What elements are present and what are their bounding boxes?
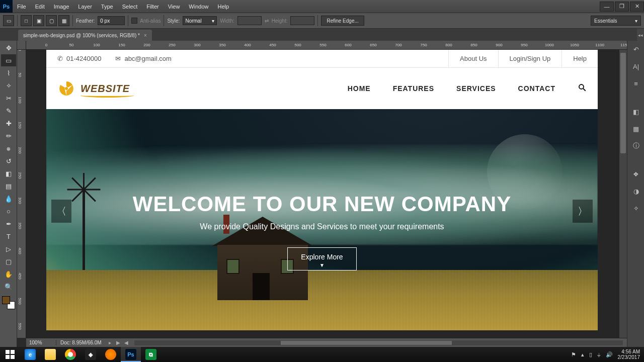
blur-tool-icon[interactable]: 💧 bbox=[1, 193, 16, 205]
clone-stamp-tool-icon[interactable]: ⎈ bbox=[1, 142, 16, 154]
taskbar-ie[interactable]: e bbox=[20, 347, 40, 362]
menu-image[interactable]: Image bbox=[49, 4, 74, 10]
eyedropper-tool-icon[interactable]: ✎ bbox=[1, 105, 16, 117]
hero-cta-button[interactable]: Explore More▼ bbox=[287, 247, 356, 270]
tool-preset-icon[interactable]: ▭ bbox=[3, 15, 14, 26]
tray-flag-icon[interactable]: ⚑ bbox=[571, 351, 576, 358]
move-tool-icon[interactable]: ✥ bbox=[1, 42, 16, 54]
document-tab[interactable]: simple-web-design.psd @ 100% (services, … bbox=[18, 30, 152, 41]
zoom-level[interactable]: 100% bbox=[26, 340, 56, 345]
menu-type[interactable]: Type bbox=[97, 4, 118, 10]
horizontal-scrollbar[interactable] bbox=[134, 340, 623, 345]
info-arrow-icon[interactable]: ▸ bbox=[106, 340, 114, 345]
minimize-button[interactable]: — bbox=[600, 2, 614, 12]
canvas-viewport[interactable]: ✆01-4240000 ✉abc@gmail.com About Us Logi… bbox=[26, 50, 627, 338]
hero-title: WELCOME TO OUR NEW COMPANY bbox=[46, 192, 598, 216]
history-brush-tool-icon[interactable]: ↺ bbox=[1, 155, 16, 167]
close-tab-icon[interactable]: × bbox=[144, 33, 147, 38]
menu-layer[interactable]: Layer bbox=[73, 4, 97, 10]
zoom-tool-icon[interactable]: 🔍 bbox=[1, 281, 16, 293]
healing-brush-tool-icon[interactable]: ✚ bbox=[1, 117, 16, 129]
dodge-tool-icon[interactable]: ○ bbox=[1, 205, 16, 217]
info-panel-icon[interactable]: ⓘ bbox=[628, 139, 643, 152]
refine-edge-button[interactable]: Refine Edge... bbox=[321, 16, 364, 26]
doc-info[interactable]: Doc: 8.95M/66.0M bbox=[56, 340, 106, 345]
pen-tool-icon[interactable]: ✒ bbox=[1, 218, 16, 230]
shape-tool-icon[interactable]: ▢ bbox=[1, 255, 16, 267]
add-selection-icon[interactable]: ▣ bbox=[33, 15, 44, 26]
taskbar-clock[interactable]: 4:56 AM 2/23/2017 bbox=[618, 349, 640, 360]
taskbar-store[interactable]: ⧉ bbox=[141, 347, 161, 362]
nav-features[interactable]: FEATURES bbox=[393, 84, 434, 93]
workspace-select[interactable]: Essentials▾ bbox=[591, 16, 641, 26]
menu-filter[interactable]: Filter bbox=[142, 4, 163, 10]
horizontal-ruler[interactable]: 0501001502002503003504004505005506006507… bbox=[26, 41, 627, 50]
character-panel-icon[interactable]: A| bbox=[628, 60, 643, 73]
channels-panel-icon[interactable]: ◑ bbox=[628, 185, 643, 198]
nav-home[interactable]: HOME bbox=[348, 84, 371, 93]
crop-tool-icon[interactable]: ✂ bbox=[1, 92, 16, 104]
gradient-tool-icon[interactable]: ▤ bbox=[1, 180, 16, 192]
magic-wand-tool-icon[interactable]: ✧ bbox=[1, 79, 16, 92]
close-button[interactable]: ✕ bbox=[630, 2, 644, 12]
feather-input[interactable] bbox=[98, 16, 125, 25]
system-tray: ⚑ ▴ ▯ ⏚ 🔊 4:56 AM 2/23/2017 bbox=[571, 349, 645, 360]
tray-battery-icon[interactable]: ▯ bbox=[589, 351, 592, 358]
panel-collapse-icon[interactable]: ◂◂ bbox=[637, 29, 644, 42]
menu-help[interactable]: Help bbox=[213, 4, 233, 10]
paths-panel-icon[interactable]: ⟡ bbox=[628, 202, 643, 215]
subtract-selection-icon[interactable]: ▢ bbox=[46, 15, 57, 26]
topbar-link-login[interactable]: Login/Sign Up bbox=[498, 50, 562, 67]
color-swatches[interactable] bbox=[1, 295, 16, 310]
swatches-panel-icon[interactable]: ▦ bbox=[628, 122, 643, 135]
document-canvas[interactable]: ✆01-4240000 ✉abc@gmail.com About Us Logi… bbox=[46, 50, 598, 330]
menu-view[interactable]: View bbox=[164, 4, 185, 10]
style-select[interactable]: Normal▾ bbox=[183, 16, 217, 25]
scrollbar-thumb[interactable] bbox=[281, 341, 452, 345]
tray-volume-icon[interactable]: 🔊 bbox=[606, 351, 613, 358]
logo-text: WEBSITE bbox=[80, 83, 130, 95]
playback-icon[interactable]: ▶ bbox=[114, 340, 122, 345]
svg-rect-3 bbox=[6, 350, 10, 354]
taskbar-explorer[interactable] bbox=[40, 347, 60, 362]
canvas-area: 0501001502002503003504004505005506006507… bbox=[17, 41, 627, 347]
vertical-ruler[interactable]: 050100150200250300350400450500550 bbox=[17, 50, 26, 338]
vertical-scrollbar[interactable] bbox=[619, 50, 627, 338]
foreground-color-swatch[interactable] bbox=[2, 296, 10, 304]
paragraph-panel-icon[interactable]: ≡ bbox=[628, 77, 643, 90]
color-panel-icon[interactable]: ◧ bbox=[628, 105, 643, 118]
start-button[interactable] bbox=[0, 347, 20, 362]
new-selection-icon[interactable]: □ bbox=[21, 15, 32, 26]
path-selection-tool-icon[interactable]: ▷ bbox=[1, 243, 16, 255]
menu-edit[interactable]: Edit bbox=[31, 4, 49, 10]
topbar-link-about[interactable]: About Us bbox=[448, 50, 498, 67]
taskbar-chrome[interactable] bbox=[60, 347, 80, 362]
menu-window[interactable]: Window bbox=[184, 4, 213, 10]
taskbar-unity[interactable]: ◈ bbox=[80, 347, 101, 362]
playback-icon[interactable]: ◀ bbox=[122, 340, 130, 345]
intersect-selection-icon[interactable]: ▦ bbox=[58, 15, 69, 26]
nav-contact[interactable]: CONTACT bbox=[518, 84, 555, 93]
antialias-checkbox[interactable]: Anti-alias bbox=[131, 18, 160, 24]
search-icon[interactable] bbox=[578, 83, 587, 94]
site-logo[interactable]: WEBSITE bbox=[57, 79, 130, 98]
topbar-link-help[interactable]: Help bbox=[561, 50, 598, 67]
maximize-button[interactable]: ❐ bbox=[615, 2, 629, 12]
nav-services[interactable]: SERVICES bbox=[456, 84, 496, 93]
hand-tool-icon[interactable]: ✋ bbox=[1, 268, 16, 280]
layers-panel-icon[interactable]: ❖ bbox=[628, 167, 643, 180]
scrollbar-thumb[interactable] bbox=[620, 53, 626, 153]
marquee-tool-icon[interactable]: ▭ bbox=[1, 54, 16, 66]
tray-network-icon[interactable]: ⏚ bbox=[597, 351, 601, 357]
taskbar-photoshop[interactable]: Ps bbox=[121, 347, 141, 362]
brush-tool-icon[interactable]: ✏ bbox=[1, 130, 16, 142]
taskbar-firefox[interactable] bbox=[101, 347, 121, 362]
tray-up-icon[interactable]: ▴ bbox=[581, 351, 584, 358]
menu-file[interactable]: File bbox=[13, 4, 31, 10]
type-tool-icon[interactable]: T bbox=[1, 230, 16, 242]
lasso-tool-icon[interactable]: ⌇ bbox=[1, 67, 16, 79]
ruler-origin[interactable] bbox=[17, 41, 26, 50]
history-panel-icon[interactable]: ↶ bbox=[628, 43, 643, 56]
menu-select[interactable]: Select bbox=[118, 4, 142, 10]
eraser-tool-icon[interactable]: ◧ bbox=[1, 167, 16, 179]
